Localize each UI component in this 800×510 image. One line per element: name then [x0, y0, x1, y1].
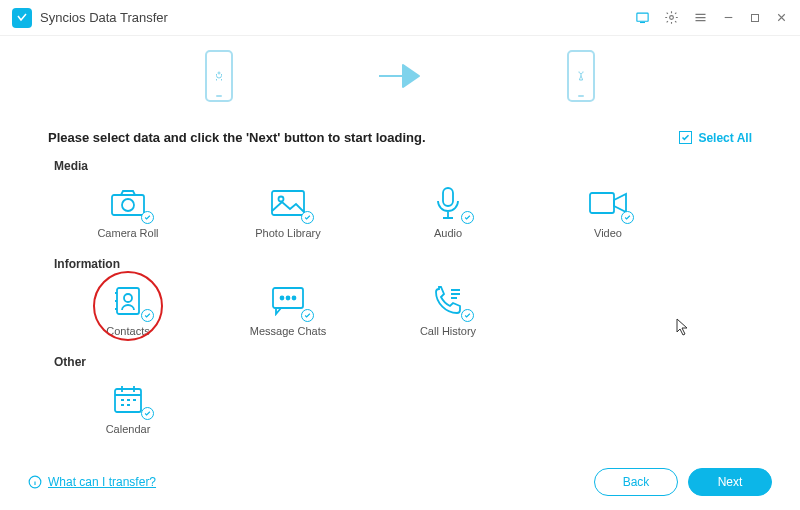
item-message-chats[interactable]: Message Chats — [208, 279, 368, 341]
item-label: Calendar — [106, 423, 151, 435]
photo-icon — [266, 185, 310, 221]
svg-rect-9 — [590, 193, 614, 213]
svg-point-1 — [670, 16, 674, 20]
next-label: Next — [718, 475, 743, 489]
menu-icon[interactable] — [693, 10, 708, 25]
minimize-button[interactable] — [722, 11, 735, 24]
item-calendar[interactable]: Calendar — [48, 377, 208, 439]
video-icon — [586, 185, 630, 221]
help-link-label: What can I transfer? — [48, 475, 156, 489]
item-label: Contacts — [106, 325, 149, 337]
help-link[interactable]: What can I transfer? — [28, 475, 156, 489]
svg-rect-8 — [443, 188, 453, 206]
app-logo — [12, 8, 32, 28]
next-button[interactable]: Next — [688, 468, 772, 496]
information-grid: Contacts Message Chats Call History — [48, 279, 752, 341]
footer: What can I transfer? Back Next — [0, 454, 800, 510]
message-icon — [266, 283, 310, 319]
item-audio[interactable]: Audio — [368, 181, 528, 243]
transfer-diagram — [0, 36, 800, 112]
settings-icon[interactable] — [664, 10, 679, 25]
call-history-icon — [426, 283, 470, 319]
svg-rect-6 — [272, 191, 304, 215]
svg-rect-10 — [117, 288, 139, 314]
item-label: Message Chats — [250, 325, 326, 337]
select-all-toggle[interactable]: Select All — [679, 131, 752, 145]
svg-point-11 — [124, 294, 132, 302]
svg-rect-4 — [112, 195, 144, 215]
item-label: Photo Library — [255, 227, 320, 239]
feedback-icon[interactable] — [635, 10, 650, 25]
audio-icon — [426, 185, 470, 221]
svg-point-5 — [122, 199, 134, 211]
svg-point-14 — [287, 297, 290, 300]
item-label: Video — [594, 227, 622, 239]
svg-point-15 — [293, 297, 296, 300]
svg-point-13 — [281, 297, 284, 300]
close-button[interactable] — [775, 11, 788, 24]
camera-icon — [106, 185, 150, 221]
app-title: Syncios Data Transfer — [40, 10, 168, 25]
svg-rect-0 — [637, 13, 648, 21]
arrow-right-icon — [373, 61, 427, 91]
source-phone-icon — [205, 50, 233, 102]
section-header-information: Information — [54, 257, 752, 271]
select-all-label: Select All — [698, 131, 752, 145]
item-contacts[interactable]: Contacts — [48, 279, 208, 341]
item-camera-roll[interactable]: Camera Roll — [48, 181, 208, 243]
info-icon — [28, 475, 42, 489]
contacts-icon — [106, 283, 150, 319]
target-phone-icon — [567, 50, 595, 102]
back-label: Back — [623, 475, 650, 489]
titlebar: Syncios Data Transfer — [0, 0, 800, 36]
section-header-media: Media — [54, 159, 752, 173]
svg-point-3 — [218, 72, 220, 74]
back-button[interactable]: Back — [594, 468, 678, 496]
instruction-text: Please select data and click the 'Next' … — [48, 130, 426, 145]
media-grid: Camera Roll Photo Library Audio Video — [48, 181, 752, 243]
svg-point-7 — [279, 197, 284, 202]
item-video[interactable]: Video — [528, 181, 688, 243]
svg-rect-2 — [752, 14, 759, 21]
item-label: Audio — [434, 227, 462, 239]
main-content: Please select data and click the 'Next' … — [0, 112, 800, 439]
window-controls — [635, 10, 788, 25]
maximize-button[interactable] — [749, 12, 761, 24]
checkbox-icon — [679, 131, 692, 144]
section-header-other: Other — [54, 355, 752, 369]
calendar-icon — [106, 381, 150, 417]
item-photo-library[interactable]: Photo Library — [208, 181, 368, 243]
other-grid: Calendar — [48, 377, 752, 439]
item-label: Camera Roll — [97, 227, 158, 239]
item-label: Call History — [420, 325, 476, 337]
item-call-history[interactable]: Call History — [368, 279, 528, 341]
